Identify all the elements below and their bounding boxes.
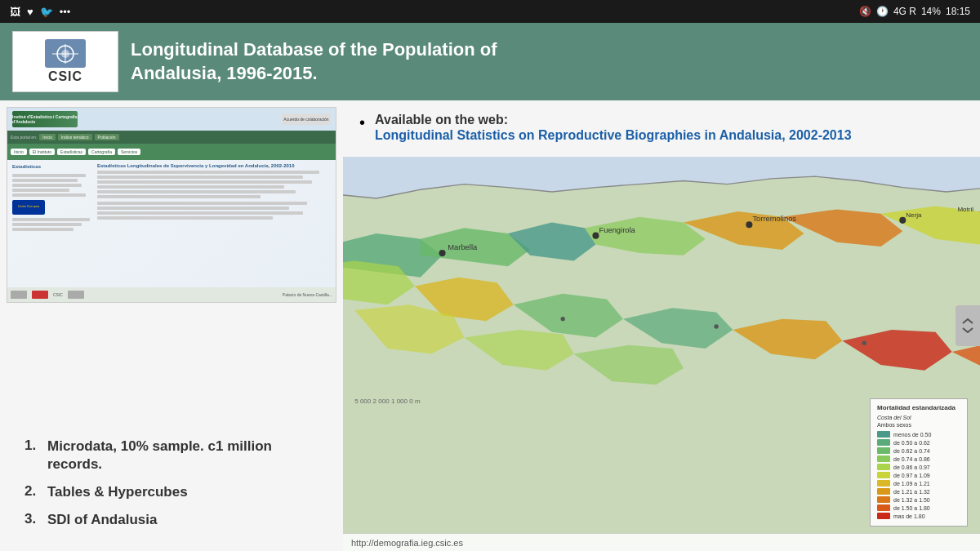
header-title: Longitudinal Database of the Population … [131, 38, 497, 85]
icon-heart: ♥ [27, 6, 33, 18]
csic-logo: CSIC [12, 31, 118, 92]
icon-twitter: 🐦 [40, 6, 53, 18]
slide-body: Institut d'Estadística i Cartografia d'A… [0, 100, 980, 551]
clock-icon: 🕐 [876, 6, 889, 17]
legend-item-7: de 1.09 a 1.21 [877, 480, 960, 487]
bullet-dot: • [359, 114, 365, 144]
svg-point-5 [439, 250, 446, 256]
svg-point-11 [714, 324, 718, 328]
screenshot-topbar: Institut d'Estadística i Cartografia d'A… [7, 108, 336, 131]
time-text: 18:15 [946, 6, 970, 17]
legend-item-1: menos de 0.50 [877, 431, 960, 438]
svg-text:Motril: Motril [957, 206, 973, 213]
scroll-button[interactable] [956, 305, 980, 346]
map-legend: Mortalidad estandarizada Costa del Sol A… [870, 398, 968, 527]
svg-point-6 [592, 232, 599, 238]
svg-point-10 [561, 317, 565, 321]
screenshot-nav: Esta portal en: Inicio Indice temático P… [7, 131, 336, 144]
bullet-item: • Available on the web: Longitudinal Sta… [359, 113, 964, 144]
legend-item-8: de 1.21 a 1.32 [877, 488, 960, 495]
svg-point-8 [899, 217, 906, 224]
csic-emblem-graphic [45, 39, 86, 68]
list-item-3: 3. SDI of Andalusia [24, 511, 318, 529]
big-map-container: Marbella Fuengirola Torremolinos Nerja M… [343, 157, 980, 551]
url-bar: http://demografia.ieg.csic.es [343, 533, 980, 551]
svg-point-12 [862, 340, 866, 344]
legend-item-9: de 1.32 a 1.50 [877, 496, 960, 503]
legend-item-2: de 0.50 a 0.62 [877, 439, 960, 446]
right-section: • Available on the web: Longitudinal Sta… [343, 100, 980, 551]
website-screenshot: Institut d'Estadística i Cartografia d'A… [7, 107, 336, 303]
icon-image: 🖼 [10, 6, 20, 18]
bullet-content: Available on the web: Longitudinal Stati… [375, 113, 852, 144]
battery-text: 14% [921, 6, 941, 17]
bottom-list: 1. Microdata, 10% sample. c1 million rec… [0, 429, 335, 551]
mute-icon: 🔇 [859, 6, 871, 17]
signal-text: 4G R [893, 6, 916, 17]
status-right: 🔇 🕐 4G R 14% 18:15 [859, 6, 970, 17]
slide-header: CSIC Longitudinal Database of the Popula… [0, 23, 980, 100]
legend-item-3: de 0.62 a 0.74 [877, 447, 960, 454]
svg-text:5 000  2 000    1 000      0 m: 5 000 2 000 1 000 0 m [354, 398, 421, 405]
legend-item-10: de 1.50 a 1.80 [877, 504, 960, 511]
list-item-1: 1. Microdata, 10% sample. c1 million rec… [24, 438, 318, 473]
slide-container: CSIC Longitudinal Database of the Popula… [0, 23, 980, 551]
legend-item-5: de 0.86 a 0.97 [877, 464, 960, 470]
svg-text:Torremolinos: Torremolinos [752, 214, 796, 223]
status-bar: 🖼 ♥ 🐦 ••• 🔇 🕐 4G R 14% 18:15 [0, 0, 980, 23]
big-map: Marbella Fuengirola Torremolinos Nerja M… [343, 157, 980, 551]
icon-more: ••• [60, 6, 71, 18]
svg-text:Fuengirola: Fuengirola [599, 224, 635, 233]
svg-text:Marbella: Marbella [448, 242, 478, 251]
svg-point-7 [746, 221, 752, 228]
bullet-section: • Available on the web: Longitudinal Sta… [343, 100, 980, 157]
svg-text:Nerja: Nerja [906, 211, 922, 219]
status-left: 🖼 ♥ 🐦 ••• [10, 6, 70, 18]
left-panel: Institut d'Estadística i Cartografia d'A… [0, 100, 343, 551]
csic-label: CSIC [48, 69, 82, 84]
legend-item-6: de 0.97 a 1.09 [877, 472, 960, 478]
list-item-2: 2. Tables & Hypercubes [24, 483, 318, 501]
legend-item-11: mas de 1.80 [877, 513, 960, 519]
legend-item-4: de 0.74 a 0.86 [877, 455, 960, 462]
